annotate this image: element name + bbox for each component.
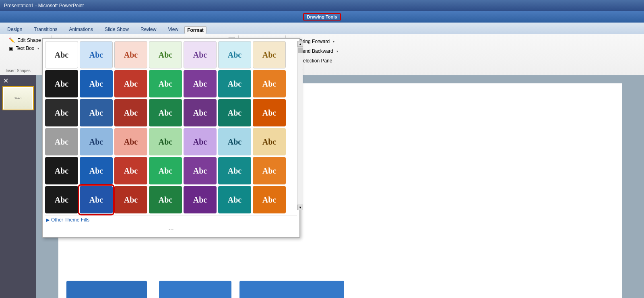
abc-cell-5-0[interactable]: Abc	[45, 186, 78, 213]
abc-cell-2-6[interactable]: Abc	[253, 99, 286, 126]
abc-cell-5-6[interactable]: Abc	[253, 186, 286, 213]
abc-cell-5-1[interactable]: Abc	[80, 186, 113, 213]
abc-cell-2-4[interactable]: Abc	[184, 99, 217, 126]
abc-style-grid: AbcAbcAbcAbcAbcAbcAbcAbcAbcAbcAbcAbcAbcA…	[45, 41, 297, 213]
edit-shape-icon: ✏️	[9, 37, 15, 43]
abc-cell-4-6[interactable]: Abc	[253, 157, 286, 184]
tab-view[interactable]: View	[162, 25, 184, 34]
abc-cell-5-2[interactable]: Abc	[114, 186, 147, 213]
abc-cell-5-5[interactable]: Abc	[218, 186, 251, 213]
abc-cell-1-0[interactable]: Abc	[45, 70, 78, 97]
abc-cell-3-0[interactable]: Abc	[45, 128, 78, 155]
tab-transitions[interactable]: Transitions	[28, 25, 63, 34]
abc-cell-5-3[interactable]: Abc	[149, 186, 182, 213]
abc-cell-2-2[interactable]: Abc	[114, 99, 147, 126]
blue-shape-1[interactable]	[66, 281, 147, 298]
abc-cell-4-5[interactable]: Abc	[218, 157, 251, 184]
abc-cell-4-2[interactable]: Abc	[114, 157, 147, 184]
abc-cell-0-5[interactable]: Abc	[218, 41, 251, 68]
abc-cell-1-1[interactable]: Abc	[80, 70, 113, 97]
abc-cell-4-3[interactable]: Abc	[149, 157, 182, 184]
dropdown-inner: AbcAbcAbcAbcAbcAbcAbcAbcAbcAbcAbcAbcAbcA…	[45, 41, 297, 235]
abc-cell-3-4[interactable]: Abc	[184, 128, 217, 155]
abc-cell-2-1[interactable]: Abc	[80, 99, 113, 126]
abc-cell-3-2[interactable]: Abc	[114, 128, 147, 155]
tab-animations[interactable]: Animations	[64, 25, 99, 34]
text-box-arrow: ▾	[37, 47, 39, 50]
abc-cell-1-2[interactable]: Abc	[114, 70, 147, 97]
abc-cell-4-1[interactable]: Abc	[80, 157, 113, 184]
slide-thumbnail-1[interactable]: Slide 1	[2, 86, 34, 110]
scroll-up-btn[interactable]: ▲	[297, 41, 303, 47]
ribbon-top-row: Drawing Tools	[0, 11, 644, 23]
other-theme-fills-btn[interactable]: ▶ Other Theme Fills	[45, 215, 297, 224]
bring-forward-arrow: ▾	[333, 40, 334, 43]
tab-slideshow[interactable]: Slide Show	[99, 25, 134, 34]
slides-panel: ✕ Slide 1	[0, 75, 36, 298]
abc-cell-2-3[interactable]: Abc	[149, 99, 182, 126]
bottom-dots: ···	[45, 224, 297, 235]
shape-styles-dropdown: AbcAbcAbcAbcAbcAbcAbcAbcAbcAbcAbcAbcAbcA…	[42, 38, 300, 238]
title-bar: Presentation1 - Microsoft PowerPoint	[0, 0, 644, 11]
abc-cell-0-1[interactable]: Abc	[80, 41, 113, 68]
edit-shape-label: Edit Shape	[17, 37, 41, 43]
abc-cell-1-6[interactable]: Abc	[253, 70, 286, 97]
abc-cell-3-1[interactable]: Abc	[80, 128, 113, 155]
text-box-label: Text Box	[16, 46, 34, 51]
ribbon-tabs: Design Transitions Animations Slide Show…	[0, 23, 644, 34]
abc-cell-2-0[interactable]: Abc	[45, 99, 78, 126]
text-box-icon: ▣	[9, 46, 13, 51]
abc-cell-3-3[interactable]: Abc	[149, 128, 182, 155]
send-backward-label: Send Backward	[299, 48, 333, 54]
other-theme-label: Other Theme Fills	[51, 217, 89, 223]
abc-cell-4-0[interactable]: Abc	[45, 157, 78, 184]
abc-cell-0-2[interactable]: Abc	[114, 41, 147, 68]
tab-design[interactable]: Design	[2, 25, 28, 34]
abc-cell-1-3[interactable]: Abc	[149, 70, 182, 97]
bring-forward-label: Bring Forward	[299, 39, 330, 44]
close-panel-btn[interactable]: ✕	[2, 77, 10, 85]
title-text: Presentation1 - Microsoft PowerPoint	[4, 3, 84, 8]
abc-cell-1-5[interactable]: Abc	[218, 70, 251, 97]
send-backward-arrow: ▾	[336, 50, 338, 53]
abc-cell-0-4[interactable]: Abc	[184, 41, 217, 68]
tab-review[interactable]: Review	[135, 25, 162, 34]
abc-cell-0-3[interactable]: Abc	[149, 41, 182, 68]
abc-cell-3-5[interactable]: Abc	[218, 128, 251, 155]
abc-cell-2-5[interactable]: Abc	[218, 99, 251, 126]
abc-cell-4-4[interactable]: Abc	[184, 157, 217, 184]
blue-shape-2[interactable]	[159, 281, 231, 298]
dropdown-scrollbar: ▲ ▼	[297, 41, 303, 210]
abc-cell-5-4[interactable]: Abc	[184, 186, 217, 213]
blue-shape-3[interactable]	[239, 281, 344, 298]
scroll-down-btn[interactable]: ▼	[297, 205, 303, 210]
scroll-thumb	[298, 48, 303, 53]
abc-cell-0-6[interactable]: Abc	[253, 41, 286, 68]
abc-cell-1-4[interactable]: Abc	[184, 70, 217, 97]
drawing-tools-badge: Drawing Tools	[303, 13, 341, 21]
tab-format[interactable]: Format	[184, 26, 206, 34]
abc-cell-3-6[interactable]: Abc	[253, 128, 286, 155]
other-theme-icon: ▶	[46, 217, 50, 223]
selection-pane-label: Selection Pane	[300, 58, 332, 64]
abc-cell-0-0[interactable]: Abc	[45, 41, 78, 68]
